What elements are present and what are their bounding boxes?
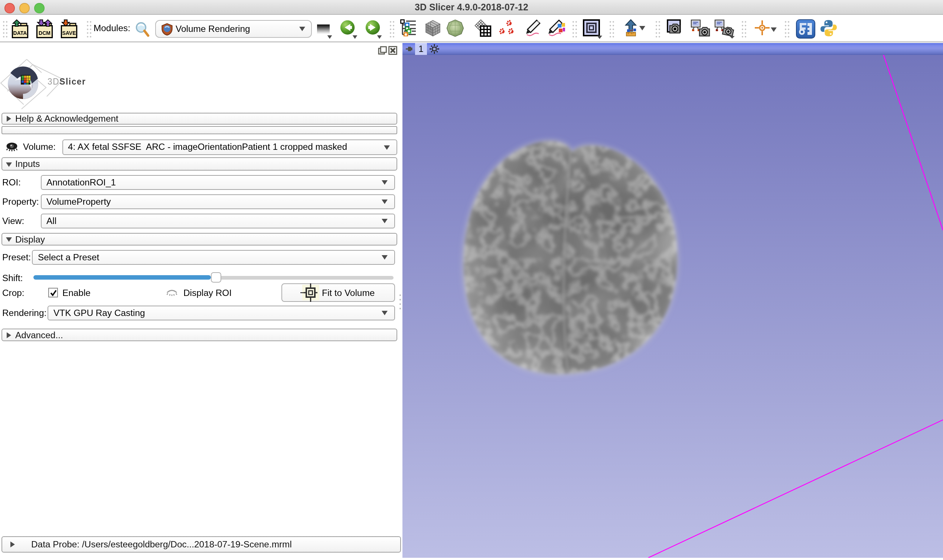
svg-text:SAVE: SAVE	[62, 30, 76, 36]
svg-text:DATA: DATA	[13, 30, 27, 36]
svg-text:DCM: DCM	[39, 30, 51, 36]
